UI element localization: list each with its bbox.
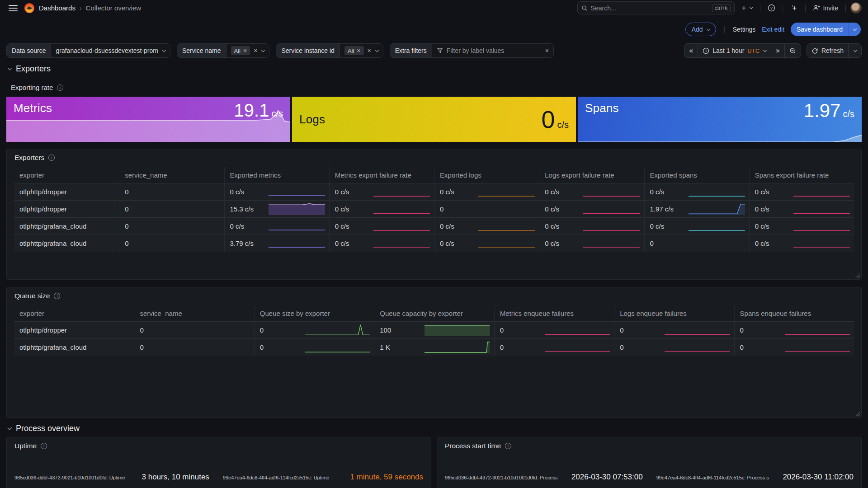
cell-sparkline — [478, 186, 535, 198]
chevron-down-icon — [162, 48, 166, 52]
column-header[interactable]: Exported spans — [644, 167, 749, 183]
invite-label: Invite — [823, 5, 838, 12]
column-header[interactable]: service_name — [134, 305, 254, 321]
save-dashboard-button[interactable]: Save dashboard — [791, 23, 849, 36]
clear-input-icon[interactable]: × — [545, 47, 549, 54]
add-menu-button[interactable]: + — [739, 2, 755, 14]
cell-sparkline — [793, 186, 850, 198]
time-range-label: Last 1 hour — [712, 47, 744, 54]
zoom-out-button[interactable] — [784, 44, 801, 57]
data-source-value: grafanacloud-dsuessdevextest-prom — [56, 47, 158, 54]
column-header[interactable]: Spans enqueue failures — [734, 305, 854, 321]
user-avatar[interactable] — [850, 2, 862, 14]
invite-button[interactable]: Invite — [810, 2, 841, 14]
column-header[interactable]: Queue size by exporter — [254, 305, 374, 321]
exit-edit-button[interactable]: Exit edit — [762, 26, 784, 33]
ai-assistant-button[interactable] — [788, 2, 801, 14]
column-header[interactable]: Exported logs — [434, 167, 539, 183]
section-process-overview[interactable]: Process overview — [7, 424, 868, 433]
stat-title: Metrics — [14, 101, 52, 137]
table-cell: 0 c/s — [329, 201, 434, 217]
uptime-panel: Uptime 965cd036-ddbf-4372-9021-b10d1001d… — [6, 437, 431, 488]
refresh-label: Refresh — [821, 47, 844, 54]
panel-resize-handle[interactable] — [855, 273, 860, 278]
svg-text:?: ? — [770, 6, 773, 10]
menu-icon[interactable] — [6, 2, 20, 14]
section-exporters[interactable]: Exporters — [7, 64, 868, 74]
search-box[interactable]: ctrl+k — [577, 1, 735, 14]
service-instance-filter[interactable]: Service instance id All× × — [276, 43, 383, 58]
service-name-filter[interactable]: Service name All× × — [177, 43, 269, 58]
refresh-button[interactable]: Refresh — [807, 44, 848, 57]
stat-panel-logs[interactable]: Logs0c/s — [292, 97, 576, 142]
stat-panel-spans[interactable]: Spans1.97c/s — [578, 97, 862, 142]
grafana-logo[interactable] — [24, 3, 34, 13]
table-cell: 0 c/s — [539, 218, 644, 235]
service-instance-tag[interactable]: All× — [344, 46, 364, 55]
refresh-interval-dropdown[interactable] — [848, 44, 861, 57]
save-dashboard-dropdown[interactable] — [849, 23, 861, 36]
service-name-tag[interactable]: All× — [231, 46, 250, 55]
search-input[interactable] — [591, 5, 709, 12]
table-header: exporterservice_nameQueue size by export… — [14, 305, 854, 321]
time-range-picker[interactable]: Last 1 hour UTC — [698, 44, 771, 57]
cell-sparkline — [305, 341, 370, 353]
cell-text: 0 c/s — [545, 205, 559, 213]
data-source-picker[interactable]: Data source grafanacloud-dsuessdevextest… — [6, 43, 170, 58]
clear-filter-icon[interactable]: × — [254, 47, 257, 54]
table-cell: 0 — [494, 339, 614, 356]
cell-sparkline — [373, 220, 430, 232]
time-shift-forward-button[interactable]: » — [771, 44, 784, 57]
info-icon[interactable] — [54, 293, 60, 299]
column-header[interactable]: exporter — [14, 167, 119, 183]
table-cell: 0 — [734, 322, 854, 338]
cell-sparkline — [373, 186, 430, 198]
column-header[interactable]: Exported metrics — [224, 167, 329, 183]
info-icon[interactable] — [57, 84, 63, 91]
clear-filter-icon[interactable]: × — [368, 47, 371, 54]
series-label: 99e47ea4-6dc8-4ff4-adf6-114fcd2c515c: Pr… — [656, 475, 769, 480]
uptime-values: 965cd036-ddbf-4372-9021-b10d1001d0fd: Up… — [14, 473, 423, 482]
plus-icon: + — [742, 4, 746, 12]
exporting-rate-title: Exporting rate — [11, 84, 53, 91]
column-header[interactable]: exporter — [14, 305, 134, 321]
series-label: 965cd036-ddbf-4372-9021-b10d1001d0fd: Up… — [14, 475, 128, 480]
add-panel-button[interactable]: Add — [685, 23, 716, 36]
column-header[interactable]: Logs export failure rate — [539, 167, 644, 183]
cell-sparkline — [269, 237, 325, 249]
label-filter-input[interactable] — [447, 47, 542, 54]
series-value: 2026-03-30 07:53:00 — [571, 473, 643, 482]
table-row: otlphttp/grafana_cloud001 K000 — [14, 338, 854, 356]
table-cell: otlphttp/dropper — [14, 322, 134, 338]
cell-text: 0 c/s — [755, 188, 769, 196]
breadcrumb-dashboards[interactable]: Dashboards — [39, 4, 75, 12]
stat-panel-metrics[interactable]: Metrics19.1c/s — [6, 97, 290, 142]
series-value: 3 hours, 10 minutes — [142, 473, 209, 482]
time-shift-back-button[interactable]: « — [684, 44, 698, 57]
panel-resize-handle[interactable] — [855, 412, 860, 416]
settings-button[interactable]: Settings — [733, 26, 756, 33]
cell-text: 0 c/s — [545, 222, 559, 230]
remove-tag-icon[interactable]: × — [243, 47, 247, 54]
cell-sparkline — [689, 203, 745, 215]
info-icon[interactable] — [48, 155, 55, 161]
cell-text: 0 c/s — [230, 188, 245, 196]
extra-filters[interactable]: Extra filters × — [390, 43, 554, 58]
info-icon[interactable] — [505, 443, 511, 449]
remove-tag-icon[interactable]: × — [357, 47, 360, 54]
column-header[interactable]: service_name — [119, 167, 224, 183]
cell-text: 0 c/s — [440, 222, 454, 230]
table-cell: otlphttp/grafana_cloud — [14, 235, 119, 252]
column-header[interactable]: Logs enqueue failures — [614, 305, 734, 321]
clock-icon — [703, 47, 709, 54]
table-cell: 0 — [134, 322, 254, 338]
column-header[interactable]: Queue capacity by exporter — [374, 305, 494, 321]
column-header[interactable]: Spans export failure rate — [749, 167, 854, 183]
column-header[interactable]: Metrics enqueue failures — [494, 305, 614, 321]
cell-text: 0 — [140, 343, 143, 351]
info-icon[interactable] — [41, 443, 47, 449]
table-cell: otlphttp/grafana_cloud — [14, 339, 134, 356]
column-header[interactable]: Metrics export failure rate — [329, 167, 434, 183]
help-button[interactable]: ? — [765, 2, 778, 14]
cell-text: 0 — [125, 205, 128, 213]
